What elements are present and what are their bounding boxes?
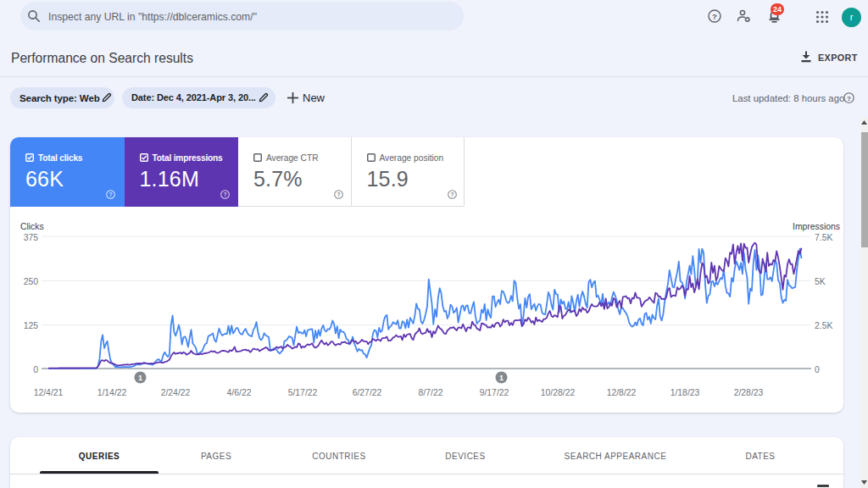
svg-text:1: 1	[499, 374, 504, 382]
svg-text:1: 1	[138, 374, 142, 382]
